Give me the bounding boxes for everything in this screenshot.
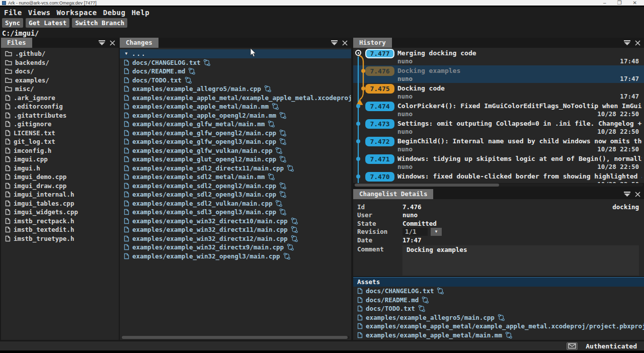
window-titlebar: Ark - nuno@ark-vcs.com:Omega:dev [7477] …: [0, 0, 644, 7]
menu-item[interactable]: File: [4, 9, 22, 17]
changed-file-row[interactable]: examples/example_glfw_opengl2/main.cpp: [120, 129, 351, 138]
changed-file-row[interactable]: examples/example_sdl2_metal/main.mm: [120, 172, 351, 182]
commit-row[interactable]: 7.472 BeginChild(): Internal name used b…: [353, 136, 644, 153]
file-tree-item[interactable]: imconfig.h: [1, 146, 119, 155]
close-button[interactable]: ✕: [633, 1, 637, 6]
tab-history[interactable]: History: [353, 38, 392, 48]
changed-file-row[interactable]: docs/CHANGELOG.txt: [120, 58, 351, 67]
toolbar-button[interactable]: Switch Branch: [72, 18, 127, 28]
file-tree-item[interactable]: LICENSE.txt: [1, 129, 119, 138]
file-tree-item[interactable]: imgui_tables.cpp: [1, 199, 119, 208]
commit-row[interactable]: 7.474 ColorPicker4(): Fixed ImGuiColorEd…: [353, 101, 644, 118]
mail-indicator[interactable]: [567, 342, 578, 350]
asset-file-row[interactable]: examples/example_apple_metal/example_app…: [353, 322, 644, 331]
changed-file-row[interactable]: examples/example_glfw_opengl3/main.cpp: [120, 137, 351, 146]
file-tree-item[interactable]: docs/: [1, 67, 119, 76]
changed-file-row[interactable]: examples/example_sdl2_opengl2/main.cpp: [120, 182, 351, 191]
commit-row[interactable]: 7.471 Windows: tidying up skipitems logi…: [353, 153, 644, 171]
changed-file-row[interactable]: examples/example_win32_directx12/main.cp…: [120, 234, 351, 243]
file-tree-item[interactable]: imgui_widgets.cpp: [1, 208, 119, 217]
file-tree-item[interactable]: misc/: [1, 84, 119, 94]
commit-id-badge[interactable]: 7.470: [365, 172, 394, 182]
close-panel-icon[interactable]: [342, 40, 348, 46]
changed-file-row[interactable]: examples/example_apple_metal/example_app…: [120, 94, 351, 103]
asset-file-row[interactable]: examples/example_apple_metal/main.mm: [353, 331, 644, 340]
commit-id-badge[interactable]: 7.475: [365, 84, 394, 94]
asset-file-row[interactable]: docs/TODO.txt: [353, 304, 644, 313]
maximize-button[interactable]: ❐: [617, 1, 622, 6]
close-panel-icon[interactable]: [635, 192, 640, 197]
menu-item[interactable]: Debug: [103, 9, 126, 17]
commit-id-badge[interactable]: 7.474: [365, 102, 394, 111]
changed-file-row[interactable]: examples/example_sdl3_opengl3/main.cpp: [120, 208, 351, 217]
file-tree-item[interactable]: imstb_rectpack.h: [1, 217, 119, 226]
changed-file-row[interactable]: examples/example_sdl2_vulkan/main.cpp: [120, 199, 351, 208]
close-panel-icon[interactable]: [110, 40, 115, 46]
changes-horizontal-scrollbar[interactable]: [121, 336, 350, 339]
collapse-triangle-icon[interactable]: ▼: [124, 51, 129, 56]
filter-icon[interactable]: [624, 40, 630, 45]
changed-file-row[interactable]: examples/example_allegro5/main.cpp: [120, 84, 351, 94]
changed-file-row[interactable]: examples/example_win32_directx10/main.cp…: [120, 217, 351, 226]
asset-file-row[interactable]: examples/example_allegro5/main.cpp: [353, 313, 644, 322]
changed-file-row[interactable]: examples/example_win32_opengl3/main.cpp: [120, 252, 351, 261]
commit-row[interactable]: 7.470 Windows: fixed double-clicked bord…: [353, 171, 644, 183]
commit-row[interactable]: 7.473 Settings: omit outputing Collapsed…: [353, 118, 644, 136]
tab-changelist-details[interactable]: Changelist Details: [353, 189, 433, 199]
menu-item[interactable]: Workspace: [56, 9, 97, 17]
commit-id-badge[interactable]: 7.477: [365, 49, 394, 58]
file-tree-item[interactable]: imgui_demo.cpp: [1, 172, 119, 182]
minimize-button[interactable]: –: [603, 1, 606, 6]
asset-file-row[interactable]: docs/CHANGELOG.txt: [353, 287, 644, 296]
tab-files[interactable]: Files: [1, 38, 32, 48]
file-tree-item[interactable]: .ark_ignore: [1, 94, 119, 103]
toolbar-button[interactable]: Sync: [2, 18, 23, 28]
commit-id-badge[interactable]: 7.471: [365, 154, 394, 164]
changed-file-row[interactable]: ▼ ...: [120, 49, 351, 58]
file-tree-item[interactable]: backends/: [1, 58, 119, 67]
file-tree-item[interactable]: .editorconfig: [1, 102, 119, 111]
changed-file-row[interactable]: examples/example_glfw_vulkan/main.cpp: [120, 146, 351, 155]
changed-file-row[interactable]: examples/example_apple_opengl2/main.mm: [120, 111, 351, 120]
changed-file-row[interactable]: examples/example_glfw_metal/main.mm: [120, 120, 351, 129]
file-tree-item[interactable]: .github/: [1, 49, 119, 58]
history-horizontal-scrollbar[interactable]: [354, 184, 643, 187]
filter-icon[interactable]: [331, 40, 338, 45]
file-tree-item[interactable]: examples/: [1, 76, 119, 85]
commit-id-badge[interactable]: 7.473: [365, 119, 394, 129]
commit-id-badge[interactable]: 7.472: [365, 137, 394, 146]
commit-row[interactable]: 7.476 Docking examples nuno 17:47: [353, 65, 644, 83]
comment-textarea[interactable]: Docking examples: [403, 245, 639, 276]
file-tree-item[interactable]: imstb_truetype.h: [1, 234, 119, 243]
changed-file-row[interactable]: examples/example_glut_opengl2/main.cpp: [120, 155, 351, 164]
commit-id-badge[interactable]: 7.476: [365, 66, 394, 76]
file-tree-item[interactable]: imstb_textedit.h: [1, 225, 119, 234]
file-name: imgui_tables.cpp: [14, 200, 74, 207]
changed-file-row[interactable]: docs/README.md: [120, 67, 351, 76]
changed-file-row[interactable]: examples/example_win32_directx11/main.cp…: [120, 225, 351, 234]
changed-file-row[interactable]: docs/TODO.txt: [120, 76, 351, 85]
filter-icon[interactable]: [99, 40, 105, 45]
file-tree-item[interactable]: imgui_draw.cpp: [1, 182, 119, 191]
commit-row[interactable]: 7.477 Merging docking code nuno 17:48: [353, 48, 644, 65]
asset-file-row[interactable]: docs/README.md: [353, 296, 644, 305]
file-tree-item[interactable]: imgui_internal.h: [1, 190, 119, 199]
tab-changes[interactable]: Changes: [120, 38, 158, 48]
file-tree-item[interactable]: git_log.txt: [1, 137, 119, 146]
menu-item[interactable]: Help: [131, 9, 149, 17]
toolbar-button[interactable]: Get Latest: [26, 18, 69, 28]
close-panel-icon[interactable]: [635, 40, 640, 46]
file-tree-item[interactable]: .gitignore: [1, 120, 119, 129]
commit-row[interactable]: 7.475 Docking code nuno 17:47: [353, 83, 644, 101]
menu-item[interactable]: Views: [28, 9, 51, 17]
revision-dropdown-button[interactable]: ▼: [431, 228, 442, 236]
file-tree-item[interactable]: imgui.cpp: [1, 155, 119, 164]
changed-file-row[interactable]: examples/example_sdl2_opengl3/main.cpp: [120, 190, 351, 199]
filter-icon[interactable]: [624, 192, 630, 197]
changed-file-row[interactable]: examples/example_win32_directx9/main.cpp: [120, 243, 351, 252]
file-icon: [5, 95, 11, 101]
changed-file-row[interactable]: examples/example_apple_metal/main.mm: [120, 102, 351, 111]
file-tree-item[interactable]: .gitattributes: [1, 111, 119, 120]
changed-file-row[interactable]: examples/example_sdl2_directx11/main.cpp: [120, 164, 351, 173]
file-tree-item[interactable]: imgui.h: [1, 164, 119, 173]
